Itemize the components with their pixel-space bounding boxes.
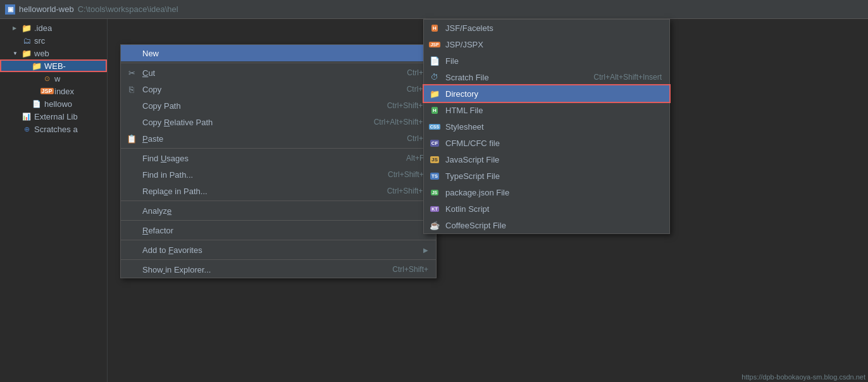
paste-icon: 📋 (126, 133, 137, 144)
pkg-icon: JS (429, 187, 440, 198)
tree-item-webinf[interactable]: 📁 WEB- (0, 59, 107, 72)
menu-item-replace-path[interactable]: Replace in Path... Ctrl+Shift+R (121, 183, 436, 199)
folder-icon-web: 📁 (22, 48, 32, 58)
project-path: C:\tools\workspace\idea\hel (78, 4, 178, 14)
menu-label-find-usages: Find Usages (142, 154, 401, 163)
sub-label-cfml: CFML/CFC file (445, 139, 662, 148)
tree-item-idea[interactable]: ▶ 📁 .idea (0, 22, 107, 34)
sub-label-pkg: package.json File (445, 188, 662, 197)
context-area: New ▶ ✂ Cut Ctrl+X ⎘ Copy Ctrl+C Copy Pa… (108, 19, 868, 382)
tree-item-wfile[interactable]: ⊙ w (0, 72, 107, 85)
separator-1 (121, 63, 436, 63)
tree-arrow-idea: ▶ (13, 25, 19, 31)
menu-item-favorites[interactable]: Add to Favorites ▶ (121, 242, 436, 258)
menu-label-copy-relative: Copy Relative Path (142, 118, 369, 127)
tree-item-scratches[interactable]: ⊕ Scratches a (0, 123, 107, 135)
menu-item-new[interactable]: New ▶ (121, 45, 436, 61)
scratch-icon: ⏱ (429, 71, 440, 83)
sub-label-html: HTML File (445, 106, 662, 115)
file-icon: 📄 (429, 55, 440, 66)
submenu-item-html[interactable]: H HTML File (424, 102, 669, 118)
menu-label-replace-path: Replace in Path... (142, 187, 382, 196)
jsp-icon: JSP (429, 39, 440, 50)
tree-label-web: web (34, 49, 49, 58)
copy-path-shortcut: Ctrl+Shift+C (387, 101, 428, 110)
folder-icon-idea: 📁 (22, 23, 32, 33)
submenu-item-file[interactable]: 📄 File (424, 52, 669, 69)
menu-item-cut[interactable]: ✂ Cut Ctrl+X (121, 65, 436, 81)
submenu-item-ts[interactable]: TS TypeScript File (424, 168, 669, 184)
menu-item-refactor[interactable]: Refactor ▶ (121, 222, 436, 238)
menu-label-analyze: Analyze (142, 206, 416, 216)
submenu-item-js[interactable]: JS JavaScript File (424, 151, 669, 168)
analyze-icon (126, 205, 137, 216)
tree-item-hellowo[interactable]: 📄 hellowo (0, 97, 107, 110)
menu-item-copy-relative[interactable]: Copy Relative Path Ctrl+Alt+Shift+C (121, 114, 436, 130)
sub-label-scratch: Scratch File (445, 73, 588, 82)
copy-relative-shortcut: Ctrl+Alt+Shift+C (374, 118, 428, 126)
menu-label-refactor: Refactor (142, 226, 416, 235)
tree-label-webinf: WEB- (44, 61, 66, 71)
submenu-item-css[interactable]: CSS Stylesheet (424, 118, 669, 135)
menu-item-analyze[interactable]: Analyze ▶ (121, 202, 436, 219)
kotlin-icon: KT (429, 203, 440, 214)
tree-label-hellowo: hellowo (44, 99, 72, 109)
tree-item-index[interactable]: JSP index (0, 85, 107, 97)
copy-relative-icon (126, 116, 137, 128)
sub-label-jsp: JSP/JSPX (445, 40, 662, 49)
tree-item-src[interactable]: 🗂 src (0, 34, 107, 47)
favorites-arrow: ▶ (423, 247, 428, 254)
sub-label-file: File (445, 56, 662, 66)
menu-item-paste[interactable]: 📋 Paste Ctrl+V (121, 130, 436, 147)
directory-icon: 📁 (429, 88, 440, 99)
main-layout: ▶ 📁 .idea 🗂 src ▼ 📁 web 📁 WEB- ⊙ w (0, 19, 868, 382)
sub-label-js: JavaScript File (445, 155, 662, 164)
submenu: H JSF/Facelets JSP JSP/JSPX 📄 File ⏱ Scr… (423, 19, 670, 234)
menu-item-find-usages[interactable]: Find Usages Alt+F7 (121, 150, 436, 166)
menu-label-new: New (142, 49, 416, 58)
refactor-icon (126, 225, 137, 236)
submenu-item-directory[interactable]: 📁 Directory (424, 85, 669, 102)
status-link: https://dpb-bobokaoya-sm.blog.csdn.net (741, 373, 865, 381)
find-usages-icon (126, 152, 137, 164)
tree-label-wfile: w (54, 74, 60, 83)
find-path-shortcut: Ctrl+Shift+F (388, 170, 428, 179)
copy-icon: ⎘ (126, 83, 137, 95)
replace-path-icon (126, 185, 137, 197)
menu-item-copy-path[interactable]: Copy Path Ctrl+Shift+C (121, 97, 436, 114)
menu-label-favorites: Add to Favorites (142, 245, 416, 255)
menu-item-copy[interactable]: ⎘ Copy Ctrl+C (121, 81, 436, 97)
file-icon-hellowo: 📄 (32, 99, 42, 109)
tree-item-web[interactable]: ▼ 📁 web (0, 47, 107, 59)
submenu-item-cfml[interactable]: CF CFML/CFC file (424, 135, 669, 151)
file-icon-w: ⊙ (42, 73, 52, 83)
sub-label-coffee: CoffeeScript File (445, 221, 662, 230)
sub-label-jsf: JSF/Facelets (445, 23, 662, 33)
js-icon: JS (429, 154, 440, 165)
tree-label-scratches: Scratches a (34, 125, 78, 134)
menu-item-show-explorer[interactable]: Show in Explorer... Ctrl+Shift+ (121, 261, 436, 278)
tree-label-index: index (54, 87, 74, 96)
submenu-item-jsf[interactable]: H JSF/Facelets (424, 20, 669, 36)
submenu-item-jsp[interactable]: JSP JSP/JSPX (424, 36, 669, 52)
submenu-item-pkg[interactable]: JS package.json File (424, 184, 669, 200)
replace-path-shortcut: Ctrl+Shift+R (387, 187, 428, 195)
copy-path-icon (126, 100, 137, 111)
menu-item-find-path[interactable]: Find in Path... Ctrl+Shift+F (121, 166, 436, 183)
app-icon: ▣ (5, 4, 15, 15)
separator-4 (121, 220, 436, 221)
tree-item-extlib[interactable]: 📊 External Lib (0, 110, 107, 123)
project-name: helloworld-web (19, 4, 74, 14)
project-tree: ▶ 📁 .idea 🗂 src ▼ 📁 web 📁 WEB- ⊙ w (0, 19, 108, 382)
tree-label-src: src (34, 36, 45, 46)
file-icon-index: JSP (42, 86, 52, 96)
submenu-item-scratch[interactable]: ⏱ Scratch File Ctrl+Alt+Shift+Insert (424, 69, 669, 85)
folder-icon-webinf: 📁 (32, 61, 42, 71)
icon-scratches: ⊕ (22, 124, 32, 134)
menu-label-find-path: Find in Path... (142, 170, 383, 180)
tree-label-idea: .idea (34, 23, 52, 33)
find-path-icon (126, 169, 137, 180)
sub-label-ts: TypeScript File (445, 171, 662, 181)
submenu-item-coffee[interactable]: ☕ CoffeeScript File (424, 217, 669, 233)
submenu-item-kotlin[interactable]: KT Kotlin Script (424, 200, 669, 217)
